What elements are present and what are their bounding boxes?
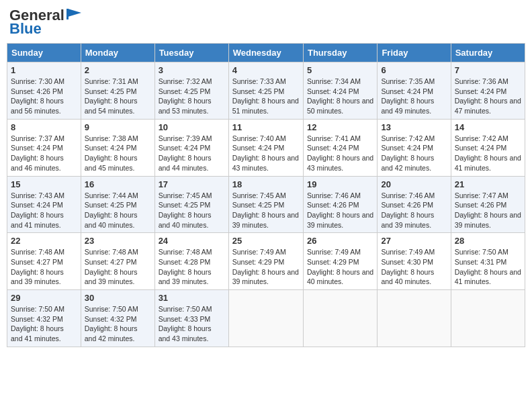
day-info: Sunrise: 7:40 AM Sunset: 4:24 PM Dayligh… <box>232 134 300 173</box>
day-number: 30 <box>85 293 151 303</box>
daylight-label: Daylight: 8 hours and 41 minutes. <box>455 154 521 172</box>
daylight-label: Daylight: 8 hours and 45 minutes. <box>85 154 138 172</box>
calendar-cell: 28 Sunrise: 7:50 AM Sunset: 4:31 PM Dayl… <box>451 233 525 290</box>
day-info: Sunrise: 7:36 AM Sunset: 4:24 PM Dayligh… <box>455 77 521 116</box>
sunrise-label: Sunrise: 7:45 AM <box>232 191 286 199</box>
day-number: 7 <box>455 65 521 75</box>
daylight-label: Daylight: 8 hours and 54 minutes. <box>85 97 138 115</box>
day-number: 17 <box>159 179 225 189</box>
daylight-label: Daylight: 8 hours and 49 minutes. <box>381 97 434 115</box>
daylight-label: Daylight: 8 hours and 56 minutes. <box>11 97 64 115</box>
day-info: Sunrise: 7:45 AM Sunset: 4:25 PM Dayligh… <box>159 191 225 230</box>
daylight-label: Daylight: 8 hours and 47 minutes. <box>455 97 521 115</box>
sunrise-label: Sunrise: 7:31 AM <box>85 77 138 85</box>
sunrise-label: Sunrise: 7:49 AM <box>381 248 435 256</box>
calendar-week-row: 22 Sunrise: 7:48 AM Sunset: 4:27 PM Dayl… <box>7 233 525 290</box>
day-number: 8 <box>11 122 77 132</box>
day-info: Sunrise: 7:50 AM Sunset: 4:32 PM Dayligh… <box>85 304 151 344</box>
sunset-label: Sunset: 4:25 PM <box>159 87 211 95</box>
sunset-label: Sunset: 4:24 PM <box>85 144 137 152</box>
calendar-cell: 15 Sunrise: 7:43 AM Sunset: 4:24 PM Dayl… <box>7 176 81 233</box>
sunrise-label: Sunrise: 7:30 AM <box>11 77 64 85</box>
daylight-label: Daylight: 8 hours and 39 minutes. <box>159 268 212 286</box>
day-info: Sunrise: 7:39 AM Sunset: 4:24 PM Dayligh… <box>159 134 225 173</box>
sunset-label: Sunset: 4:26 PM <box>307 201 359 209</box>
day-info: Sunrise: 7:49 AM Sunset: 4:29 PM Dayligh… <box>307 247 373 287</box>
day-number: 14 <box>455 122 521 132</box>
calendar-cell: 12 Sunrise: 7:41 AM Sunset: 4:24 PM Dayl… <box>303 119 377 176</box>
sunrise-label: Sunrise: 7:47 AM <box>455 191 508 199</box>
day-info: Sunrise: 7:48 AM Sunset: 4:27 PM Dayligh… <box>85 247 151 287</box>
sunrise-label: Sunrise: 7:50 AM <box>159 305 212 313</box>
calendar-cell: 14 Sunrise: 7:42 AM Sunset: 4:24 PM Dayl… <box>451 119 525 176</box>
sunrise-label: Sunrise: 7:43 AM <box>11 191 64 199</box>
calendar-cell: 31 Sunrise: 7:50 AM Sunset: 4:33 PM Dayl… <box>154 290 228 347</box>
sunrise-label: Sunrise: 7:49 AM <box>232 248 286 256</box>
daylight-label: Daylight: 8 hours and 41 minutes. <box>11 324 64 342</box>
sunset-label: Sunset: 4:25 PM <box>85 201 137 209</box>
day-info: Sunrise: 7:49 AM Sunset: 4:29 PM Dayligh… <box>232 247 300 287</box>
daylight-label: Daylight: 8 hours and 41 minutes. <box>11 211 64 229</box>
daylight-label: Daylight: 8 hours and 40 minutes. <box>307 268 373 286</box>
sunrise-label: Sunrise: 7:49 AM <box>307 248 361 256</box>
daylight-label: Daylight: 8 hours and 53 minutes. <box>159 97 212 115</box>
daylight-label: Daylight: 8 hours and 42 minutes. <box>85 324 138 342</box>
day-number: 13 <box>381 122 447 132</box>
sunset-label: Sunset: 4:24 PM <box>307 87 359 95</box>
sunset-label: Sunset: 4:24 PM <box>455 144 507 152</box>
sunrise-label: Sunrise: 7:38 AM <box>85 134 138 142</box>
calendar-cell: 24 Sunrise: 7:48 AM Sunset: 4:28 PM Dayl… <box>154 233 228 290</box>
calendar-cell: 20 Sunrise: 7:46 AM Sunset: 4:26 PM Dayl… <box>378 176 451 233</box>
sunrise-label: Sunrise: 7:36 AM <box>455 77 508 85</box>
calendar-header-row: SundayMondayTuesdayWednesdayThursdayFrid… <box>7 44 525 62</box>
calendar-cell: 5 Sunrise: 7:34 AM Sunset: 4:24 PM Dayli… <box>303 62 377 120</box>
calendar-cell <box>303 290 377 347</box>
daylight-label: Daylight: 8 hours and 39 minutes. <box>307 211 373 229</box>
day-number: 22 <box>11 236 77 246</box>
logo: General Blue <box>9 7 81 38</box>
day-info: Sunrise: 7:50 AM Sunset: 4:33 PM Dayligh… <box>159 304 225 344</box>
day-info: Sunrise: 7:33 AM Sunset: 4:25 PM Dayligh… <box>232 77 300 116</box>
day-number: 29 <box>11 293 77 303</box>
sunrise-label: Sunrise: 7:35 AM <box>381 77 435 85</box>
svg-marker-0 <box>68 9 81 17</box>
day-info: Sunrise: 7:42 AM Sunset: 4:24 PM Dayligh… <box>455 134 521 173</box>
sunset-label: Sunset: 4:29 PM <box>232 258 285 266</box>
sunrise-label: Sunrise: 7:45 AM <box>159 191 212 199</box>
sunset-label: Sunset: 4:32 PM <box>85 315 137 323</box>
calendar-cell: 11 Sunrise: 7:40 AM Sunset: 4:24 PM Dayl… <box>228 119 303 176</box>
col-header-wednesday: Wednesday <box>228 44 303 62</box>
day-info: Sunrise: 7:50 AM Sunset: 4:31 PM Dayligh… <box>455 247 521 287</box>
sunset-label: Sunset: 4:29 PM <box>307 258 359 266</box>
day-info: Sunrise: 7:44 AM Sunset: 4:25 PM Dayligh… <box>85 191 151 230</box>
calendar-cell: 30 Sunrise: 7:50 AM Sunset: 4:32 PM Dayl… <box>81 290 154 347</box>
day-number: 19 <box>307 179 373 189</box>
day-number: 20 <box>381 179 447 189</box>
calendar-cell: 29 Sunrise: 7:50 AM Sunset: 4:32 PM Dayl… <box>7 290 81 347</box>
col-header-sunday: Sunday <box>7 44 81 62</box>
sunset-label: Sunset: 4:27 PM <box>11 258 63 266</box>
daylight-label: Daylight: 8 hours and 39 minutes. <box>455 211 521 229</box>
calendar-cell: 7 Sunrise: 7:36 AM Sunset: 4:24 PM Dayli… <box>451 62 525 120</box>
calendar-week-row: 1 Sunrise: 7:30 AM Sunset: 4:26 PM Dayli… <box>7 62 525 120</box>
sunset-label: Sunset: 4:26 PM <box>11 87 63 95</box>
sunrise-label: Sunrise: 7:34 AM <box>307 77 361 85</box>
calendar-week-row: 8 Sunrise: 7:37 AM Sunset: 4:24 PM Dayli… <box>7 119 525 176</box>
daylight-label: Daylight: 8 hours and 39 minutes. <box>85 268 138 286</box>
calendar-week-row: 15 Sunrise: 7:43 AM Sunset: 4:24 PM Dayl… <box>7 176 525 233</box>
sunrise-label: Sunrise: 7:33 AM <box>232 77 286 85</box>
day-number: 11 <box>232 122 300 132</box>
day-info: Sunrise: 7:41 AM Sunset: 4:24 PM Dayligh… <box>307 134 373 173</box>
daylight-label: Daylight: 8 hours and 43 minutes. <box>232 154 299 172</box>
sunset-label: Sunset: 4:30 PM <box>381 258 433 266</box>
daylight-label: Daylight: 8 hours and 50 minutes. <box>307 97 373 115</box>
day-info: Sunrise: 7:46 AM Sunset: 4:26 PM Dayligh… <box>307 191 373 230</box>
sunrise-label: Sunrise: 7:44 AM <box>85 191 138 199</box>
calendar-cell: 2 Sunrise: 7:31 AM Sunset: 4:25 PM Dayli… <box>81 62 154 120</box>
day-info: Sunrise: 7:30 AM Sunset: 4:26 PM Dayligh… <box>11 77 77 116</box>
calendar-cell <box>451 290 525 347</box>
day-number: 23 <box>85 236 151 246</box>
sunset-label: Sunset: 4:24 PM <box>381 87 433 95</box>
calendar-cell: 22 Sunrise: 7:48 AM Sunset: 4:27 PM Dayl… <box>7 233 81 290</box>
day-info: Sunrise: 7:32 AM Sunset: 4:25 PM Dayligh… <box>159 77 225 116</box>
